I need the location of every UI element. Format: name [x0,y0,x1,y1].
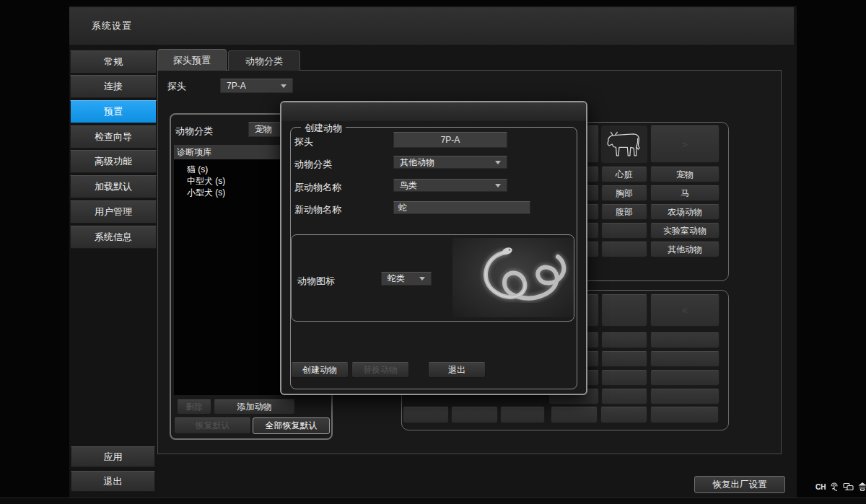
status-tray: CH [815,481,866,492]
animal-category-label: 动物分类 [175,125,213,138]
preset-button-empty[interactable] [601,242,647,257]
category-button-farm[interactable]: 农场动物 [650,204,720,220]
dialog-orig-name-value: 鸟类 [400,180,417,192]
sidebar-item-load-default[interactable]: 加载默认 [70,175,157,198]
create-animal-dialog: 创建动物 探头 7P-A 动物分类 其他动物 原动物名称 鸟类 新动物名称 蛇 … [280,101,587,395]
preset-button-abdomen[interactable]: 腹部 [601,204,647,220]
restore-default-button[interactable]: 恢复默认 [174,417,251,434]
animal-icon-value: 蛇类 [388,273,405,285]
preset-tile-empty[interactable] [601,294,647,327]
preset-button-heart[interactable]: 心脏 [601,167,647,182]
dialog-category-value: 其他动物 [400,156,434,169]
restore-all-default-button[interactable]: 全部恢复默认 [253,417,330,434]
dialog-orig-name-select[interactable]: 鸟类 [393,179,507,192]
dialog-probe-label: 探头 [294,136,313,149]
preset-button-empty[interactable] [601,389,647,404]
cow-icon [603,128,645,160]
eject-icon [857,482,866,492]
dual-display-icon [843,482,854,492]
sidebar-item-sys-info[interactable]: 系统信息 [70,226,157,249]
animal-preview-panel [452,238,574,317]
tab-probe-preset[interactable]: 探头预置 [157,49,227,71]
next-page-button[interactable]: > [650,125,720,163]
dialog-titlebar[interactable] [281,102,586,121]
tab-animal-category[interactable]: 动物分类 [228,50,300,71]
preset-button-empty[interactable] [650,332,720,348]
preset-button-empty[interactable] [650,407,719,423]
probe-select-value: 7P-A [227,81,246,91]
preset-button-empty[interactable] [601,223,647,239]
apply-button[interactable]: 应用 [71,446,155,467]
chevron-down-icon [419,277,425,280]
add-animal-button[interactable]: 添加动物 [214,399,295,415]
chevron-down-icon [495,184,501,187]
dialog-orig-name-label: 原动物名称 [294,181,341,194]
chevron-right-icon: > [682,139,688,150]
animal-icon-label: 动物图标 [297,275,335,288]
dialog-category-label: 动物分类 [294,158,332,171]
preset-button-empty[interactable] [601,332,647,348]
category-button-horse[interactable]: 马 [650,185,720,201]
animal-icon-select[interactable]: 蛇类 [381,272,432,286]
dialog-probe-value: 7P-A [393,132,507,148]
preset-button-empty[interactable] [650,351,720,367]
sidebar-item-exam-wizard[interactable]: 检查向导 [70,125,157,149]
prev-page-button[interactable]: < [650,294,720,327]
page-title: 系统设置 [92,19,132,32]
chevron-left-icon: < [682,305,688,316]
sidebar-item-connect[interactable]: 连接 [70,75,157,98]
factory-reset-button[interactable]: 恢复出厂设置 [694,476,785,493]
delete-animal-button[interactable]: 删除 [177,399,211,415]
sidebar-item-user-mgmt[interactable]: 用户管理 [70,200,157,224]
preset-button-empty[interactable] [601,351,647,367]
channel-indicator: CH [815,483,826,491]
exit-button[interactable]: 退出 [71,471,155,492]
chevron-down-icon [495,161,501,164]
dialog-exit-button[interactable]: 退出 [428,362,486,378]
preset-button-empty[interactable] [600,407,647,423]
category-preview-tile[interactable] [601,125,647,163]
preset-button-empty[interactable] [500,407,545,423]
dialog-new-name-label: 新动物名称 [294,203,341,216]
bottom-edge [0,498,866,504]
preset-button-empty[interactable] [601,370,647,386]
category-button-pet[interactable]: 宠物 [650,167,720,182]
category-button-lab[interactable]: 实验室动物 [650,223,720,239]
sidebar-item-preset[interactable]: 预置 [70,100,157,123]
probe-select[interactable]: 7P-A [220,79,293,93]
preset-button-empty[interactable] [451,407,498,423]
animal-category-value: 宠物 [255,123,272,136]
dialog-group-title: 创建动物 [301,122,346,135]
preset-button-chest[interactable]: 胸部 [601,185,647,201]
sidebar-item-general[interactable]: 常规 [70,50,157,74]
sidebar-item-advanced[interactable]: 高级功能 [70,150,157,173]
touch-screen-icon [829,482,839,492]
preset-button-empty[interactable] [650,389,720,404]
preset-button-empty[interactable] [551,407,598,423]
probe-label: 探头 [167,80,186,93]
replace-animal-button[interactable]: 替换动物 [351,362,409,378]
preset-button-empty[interactable] [403,407,449,423]
window-titlebar: 系统设置 [69,7,794,45]
dialog-category-select[interactable]: 其他动物 [393,156,507,169]
category-button-other[interactable]: 其他动物 [650,242,720,257]
new-animal-name-input[interactable]: 蛇 [393,201,530,214]
preset-button-empty[interactable] [650,370,720,386]
snake-icon [452,238,574,317]
chevron-down-icon [281,84,287,88]
create-animal-button[interactable]: 创建动物 [291,362,349,378]
